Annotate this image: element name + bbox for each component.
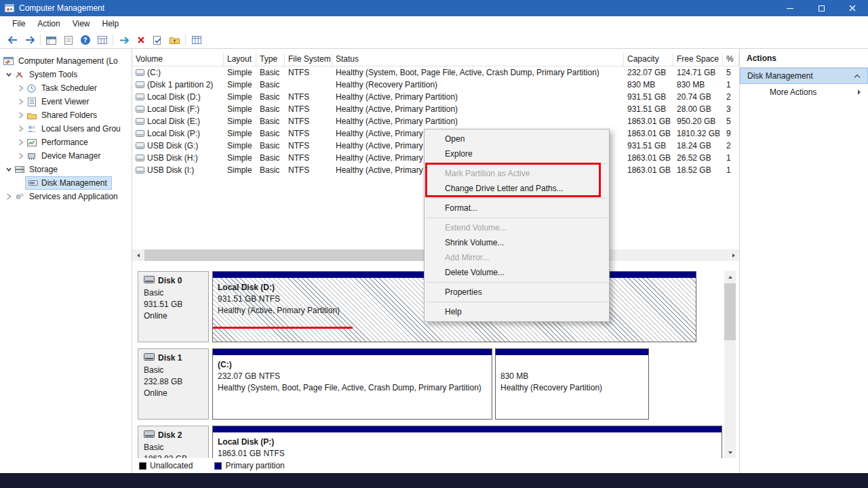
action-arrow-button[interactable] <box>115 33 132 47</box>
chevron-collapsed-icon[interactable] <box>16 152 26 160</box>
system-tools-icon <box>14 70 25 79</box>
tree-item-device-manager[interactable]: Device Manager <box>0 149 132 163</box>
primary-partition-color-bar <box>213 426 722 432</box>
volume-layout: Simple <box>224 127 256 140</box>
tree-item-computer-management[interactable]: Computer Management (Lo <box>0 54 132 68</box>
chevron-collapsed-icon[interactable] <box>16 111 26 119</box>
back-button[interactable] <box>4 33 21 47</box>
app-icon <box>5 4 14 12</box>
chevron-expanded-icon[interactable] <box>4 71 14 78</box>
maximize-button[interactable] <box>806 0 837 16</box>
chevron-collapsed-icon[interactable] <box>16 138 26 146</box>
column-header-layout[interactable]: Layout <box>224 53 256 66</box>
toolbar-separator <box>113 35 113 45</box>
partition-p[interactable]: Local Disk (P:) 1863.01 GB NTFS <box>212 426 722 458</box>
column-header-status[interactable]: Status <box>332 53 624 66</box>
scroll-right-button[interactable] <box>728 249 739 261</box>
show-console-tree-button[interactable] <box>43 33 60 47</box>
chevron-up-icon[interactable] <box>854 74 861 79</box>
context-menu-item-explore[interactable]: Explore <box>425 146 609 161</box>
actions-disk-management[interactable]: Disk Management <box>740 68 868 84</box>
volume-name: Local Disk (P:) <box>147 127 200 140</box>
scroll-up-button[interactable] <box>724 271 736 283</box>
volume-type: Basic <box>256 115 285 127</box>
menu-item[interactable]: Action <box>31 16 66 32</box>
volume-name: Local Disk (D:) <box>147 91 201 103</box>
disk-row-1: Disk 1 Basic 232.88 GB Online (C:) 232.0… <box>132 348 739 420</box>
volume-row[interactable]: Local Disk (F:) Simple Basic NTFS Health… <box>132 103 739 115</box>
disk-icon <box>144 276 155 285</box>
disk0-header[interactable]: Disk 0 Basic 931.51 GB Online <box>138 271 209 342</box>
tree-item-task-scheduler[interactable]: Task Scheduler <box>0 81 132 95</box>
tree-item-local-users-groups[interactable]: Local Users and Grou <box>0 122 132 136</box>
context-menu-item-shrink-volume[interactable]: Shrink Volume... <box>425 235 609 250</box>
right-arrow-icon <box>119 37 129 44</box>
context-menu-item-help[interactable]: Help <box>425 304 609 319</box>
chevron-collapsed-icon[interactable] <box>16 98 26 106</box>
volume-filesystem: NTFS <box>285 91 332 103</box>
column-header-file-system[interactable]: File System <box>285 53 332 66</box>
context-menu-separator <box>426 163 608 164</box>
menu-item[interactable]: Help <box>96 16 125 32</box>
column-header-capacity[interactable]: Capacity <box>624 53 673 66</box>
scrollbar-thumb[interactable] <box>724 283 736 340</box>
volume-row[interactable]: Local Disk (D:) Simple Basic NTFS Health… <box>132 91 739 103</box>
tree-item-event-viewer[interactable]: Event Viewer <box>0 95 132 108</box>
tree-item-performance[interactable]: Performance <box>0 136 132 149</box>
tree-item-disk-management[interactable]: Disk Management <box>0 176 132 190</box>
tree-item-shared-folders[interactable]: Shared Folders <box>0 108 132 122</box>
primary-partition-swatch <box>214 462 222 470</box>
volume-row[interactable]: Local Disk (E:) Simple Basic NTFS Health… <box>132 115 739 127</box>
volume-filesystem: NTFS <box>285 66 332 79</box>
storage-icon <box>14 165 25 174</box>
volume-row[interactable]: (Disk 1 partition 2) Simple Basic Health… <box>132 79 739 91</box>
volume-filesystem: NTFS <box>285 127 332 140</box>
tree-item-system-tools[interactable]: System Tools <box>0 68 132 81</box>
properties-grid-button[interactable] <box>94 33 111 47</box>
disk2-header[interactable]: Disk 2 Basic 1863.02 GB <box>138 426 209 458</box>
volume-drive-icon <box>136 118 144 125</box>
volume-capacity: 830 MB <box>624 79 673 91</box>
column-header-type[interactable]: Type <box>256 53 285 66</box>
context-menu-item-open[interactable]: Open <box>425 131 609 146</box>
tree-item-services-and-applications[interactable]: Services and Application <box>0 190 132 203</box>
context-menu-item-format[interactable]: Format... <box>425 201 609 216</box>
volume-percent-free: 2 <box>723 140 739 152</box>
partition-recovery[interactable]: 830 MB Healthy (Recovery Partition) <box>495 348 649 420</box>
disk1-header[interactable]: Disk 1 Basic 232.88 GB Online <box>138 348 209 420</box>
scroll-down-button[interactable] <box>724 447 736 458</box>
chevron-collapsed-icon[interactable] <box>4 192 14 201</box>
taskbar[interactable] <box>0 473 868 488</box>
view-columns-button[interactable] <box>188 33 205 47</box>
delete-volume-button[interactable] <box>132 33 149 47</box>
scroll-up-icon <box>728 274 733 280</box>
menu-item[interactable]: View <box>66 16 96 32</box>
minimize-button[interactable] <box>774 0 806 16</box>
forward-button[interactable] <box>21 33 38 47</box>
context-menu-item-properties[interactable]: Properties <box>425 285 609 300</box>
column-header-volume[interactable]: Volume <box>132 53 224 66</box>
export-list-button[interactable] <box>60 33 77 47</box>
menu-item[interactable]: File <box>6 16 31 32</box>
context-menu-separator <box>426 198 608 199</box>
chevron-collapsed-icon[interactable] <box>16 84 26 92</box>
scroll-left-button[interactable] <box>132 249 144 261</box>
context-menu-item-delete-volume[interactable]: Delete Volume... <box>425 265 609 280</box>
column-header-free-space[interactable]: Free Space <box>673 53 723 66</box>
check-document-button[interactable] <box>149 33 166 47</box>
partition-size: 1863.01 GB NTFS <box>218 448 722 458</box>
graphical-vscrollbar[interactable] <box>724 271 736 458</box>
close-button[interactable] <box>837 0 868 16</box>
context-menu-item-change-drive-letter[interactable]: Change Drive Letter and Paths... <box>425 181 609 196</box>
open-folder-button[interactable] <box>166 33 183 47</box>
chevron-expanded-icon[interactable] <box>4 166 14 173</box>
tree-item-storage[interactable]: Storage <box>0 163 132 176</box>
help-button[interactable]: ? <box>77 33 94 47</box>
partition-c[interactable]: (C:) 232.07 GB NTFS Healthy (System, Boo… <box>212 348 492 420</box>
chevron-collapsed-icon[interactable] <box>16 125 26 133</box>
actions-more-actions[interactable]: More Actions <box>740 84 868 100</box>
volume-row[interactable]: (C:) Simple Basic NTFS Healthy (System, … <box>132 66 739 79</box>
partition-health: Healthy (Recovery Partition) <box>500 382 648 394</box>
column-header-percent[interactable]: % <box>723 53 739 66</box>
volume-type: Basic <box>256 140 285 152</box>
